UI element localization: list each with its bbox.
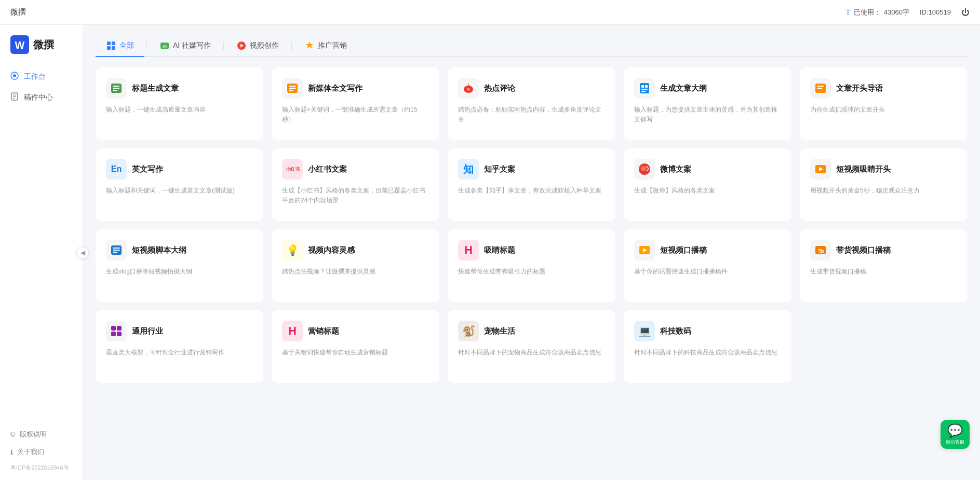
card-title-article[interactable]: 标题生成文章 输入标题，一键生成高质量文章内容 (96, 67, 263, 140)
logo-icon: W (10, 35, 29, 54)
svg-text:🛍: 🛍 (817, 247, 824, 254)
usage-icon: 𝕋 (845, 8, 851, 17)
card-header-weibo: 微博文案 (634, 159, 781, 180)
svg-point-3 (13, 74, 16, 77)
card-title-zhihu: 知乎文案 (484, 164, 515, 174)
card-header-title-article: 标题生成文章 (106, 78, 253, 99)
card-article-outline[interactable]: 生成文章大纲 输入标题，为您提供文章主体的灵感，并为其创造推文摘写 (624, 67, 791, 140)
sidebar-bottom: © 版权说明 ℹ 关于我们 粤ICP备2022016946号 (0, 420, 83, 475)
card-title-xiaohongshu: 小红书文案 (308, 164, 347, 174)
card-icon-short-video-script2 (634, 240, 655, 260)
sidebar-collapse-button[interactable]: ◀ (76, 246, 89, 259)
tab-divider-1 (146, 42, 147, 50)
card-header-new-media-writing: 新媒体全文写作 (282, 78, 429, 99)
card-header-short-video-script2: 短视频口播稿 (634, 240, 781, 260)
svg-rect-9 (112, 42, 115, 45)
card-icon-short-video-hook (810, 159, 831, 180)
card-short-video-script2[interactable]: 短视频口播稿 基于你的话题快速生成口播播稿件 (624, 229, 791, 302)
card-icon-article-outline (634, 78, 655, 99)
card-catchy-title[interactable]: H 吸睛标题 快速帮你生成带有吸引力的标题 (448, 229, 615, 302)
svg-point-36 (641, 166, 646, 171)
usage-info: 𝕋 已使用： 43060字 (845, 8, 909, 17)
sidebar-item-workbench[interactable]: 工作台 (0, 66, 83, 87)
card-english-writing[interactable]: En 英文写作 输入标题和关键词，一键生成英文文章(测试版) (96, 148, 263, 221)
card-title-ecommerce-script: 带货视频口播稿 (836, 245, 891, 255)
tabs: 全部 AI AI 社媒写作 视频创作 推广营销 (96, 35, 968, 57)
tab-social[interactable]: AI AI 社媒写作 (149, 35, 221, 57)
card-header-xiaohongshu: 小红书 小红书文案 (282, 159, 429, 180)
card-title-video-inspiration: 视频内容灵感 (308, 245, 355, 255)
svg-rect-49 (111, 332, 116, 336)
card-grid: 标题生成文章 输入标题，一键生成高质量文章内容 新媒体全文写作 输入标题+关键词… (96, 67, 968, 383)
tab-social-icon: AI (159, 40, 170, 51)
wechat-service-label: 微信客服 (946, 439, 964, 446)
svg-rect-33 (817, 86, 824, 87)
drafts-label: 稿件中心 (24, 93, 53, 102)
tab-all[interactable]: 全部 (96, 35, 144, 57)
svg-rect-47 (111, 326, 116, 331)
wechat-service-button[interactable]: 💬 微信客服 (941, 420, 970, 449)
workbench-label: 工作台 (24, 72, 46, 81)
svg-rect-34 (817, 88, 822, 89)
card-icon-hot-comment (458, 78, 479, 99)
svg-rect-29 (645, 85, 648, 88)
svg-text:AI: AI (163, 44, 167, 49)
card-ecommerce-script[interactable]: 🛍 带货视频口播稿 生成带货视频口播稿 (800, 229, 968, 302)
logout-button[interactable]: ⏻ (961, 8, 970, 17)
header-right: 𝕋 已使用： 43060字 ID:100519 ⏻ (845, 8, 970, 17)
card-new-media-writing[interactable]: 新媒体全文写作 输入标题+关键词，一键准确生成所需文章（约15秒） (272, 67, 439, 140)
card-icon-xiaohongshu: 小红书 (282, 159, 303, 180)
card-article-intro[interactable]: 文章开头导语 为你生成抓眼球的文章开头 (800, 67, 968, 140)
card-title-english-writing: 英文写作 (132, 164, 163, 174)
card-general-industry[interactable]: 通用行业 垂直类大模型，可针对全行业进行营销写作 (96, 310, 263, 383)
card-desc-weibo: 生成【微博】风格的各类文案 (634, 186, 781, 196)
wechat-service-icon: 💬 (947, 423, 963, 438)
card-desc-video-inspiration: 踏热点拍视频？让微撰来提供灵感 (282, 267, 429, 277)
card-header-short-video-script: 短视频脚本大纲 (106, 240, 253, 260)
sidebar-item-drafts[interactable]: 稿件中心 (0, 87, 83, 108)
tab-social-label: AI 社媒写作 (173, 41, 211, 50)
card-short-video-script[interactable]: 短视频脚本大纲 生成vlog口播等短视频拍摄大纲 (96, 229, 263, 302)
tab-video-icon (236, 40, 247, 51)
card-xiaohongshu[interactable]: 小红书 小红书文案 生成【小红书】风格的各类文案，目前已覆盖小红书平台的24个内… (272, 148, 439, 221)
card-title-pet-life: 宠物生活 (484, 326, 515, 336)
tab-video[interactable]: 视频创作 (226, 35, 289, 57)
card-tech-digital[interactable]: 💻 科技数码 针对不同品牌下的科技商品生成符合该商品卖点信息 (624, 310, 791, 383)
svg-rect-22 (289, 88, 296, 89)
card-icon-new-media-writing (282, 78, 303, 99)
tab-marketing-icon (304, 40, 315, 51)
card-short-video-hook[interactable]: 短视频吸睛开头 用视频开头的黄金5秒，稳定观众注意力 (800, 148, 968, 221)
card-desc-xiaohongshu: 生成【小红书】风格的各类文案，目前已覆盖小红书平台的24个内容场景 (282, 186, 429, 205)
card-header-short-video-hook: 短视频吸睛开头 (810, 159, 957, 180)
card-desc-new-media-writing: 输入标题+关键词，一键准确生成所需文章（约15秒） (282, 105, 429, 125)
card-title-catchy-title: 吸睛标题 (484, 245, 515, 255)
about-item[interactable]: ℹ 关于我们 (0, 443, 83, 461)
card-title-general-industry: 通用行业 (132, 326, 163, 336)
card-icon-general-industry (106, 321, 127, 341)
user-id: ID:100519 (920, 8, 951, 16)
about-label: 关于我们 (17, 447, 44, 457)
card-desc-hot-comment: 踏热点必备：粘贴实时热点内容，生成多角度评论文章 (458, 105, 605, 125)
card-desc-english-writing: 输入标题和关键词，一键生成英文文章(测试版) (106, 186, 253, 196)
main-content: 全部 AI AI 社媒写作 视频创作 推广营销 (83, 25, 980, 480)
card-pet-life[interactable]: 🐒 宠物生活 针对不同品牌下的宠物商品生成符合该商品卖点信息 (448, 310, 615, 383)
tab-all-icon (106, 40, 116, 51)
card-marketing-title[interactable]: H 营销标题 基于关键词快速帮你自动生成营销标题 (272, 310, 439, 383)
card-weibo[interactable]: 微博文案 生成【微博】风格的各类文案 (624, 148, 791, 221)
card-hot-comment[interactable]: 热点评论 踏热点必备：粘贴实时热点内容，生成多角度评论文章 (448, 67, 615, 140)
card-header-pet-life: 🐒 宠物生活 (458, 321, 605, 341)
card-desc-article-intro: 为你生成抓眼球的文章开头 (810, 105, 957, 115)
card-title-new-media-writing: 新媒体全文写作 (308, 84, 363, 93)
card-video-inspiration[interactable]: 💡 视频内容灵感 踏热点拍视频？让微撰来提供灵感 (272, 229, 439, 302)
card-header-article-outline: 生成文章大纲 (634, 78, 781, 99)
card-title-short-video-script2: 短视频口播稿 (660, 245, 707, 255)
tab-divider-2 (223, 42, 224, 50)
tab-all-label: 全部 (119, 41, 134, 50)
svg-rect-48 (117, 326, 122, 331)
card-header-zhihu: 知 知乎文案 (458, 159, 605, 180)
card-icon-short-video-script (106, 240, 127, 260)
tab-marketing[interactable]: 推广营销 (294, 35, 357, 57)
svg-point-26 (467, 88, 470, 91)
card-zhihu[interactable]: 知 知乎文案 生成各类【知乎】体文章，有效完成软植入种草文案 (448, 148, 615, 221)
copyright-item[interactable]: © 版权说明 (0, 426, 83, 443)
